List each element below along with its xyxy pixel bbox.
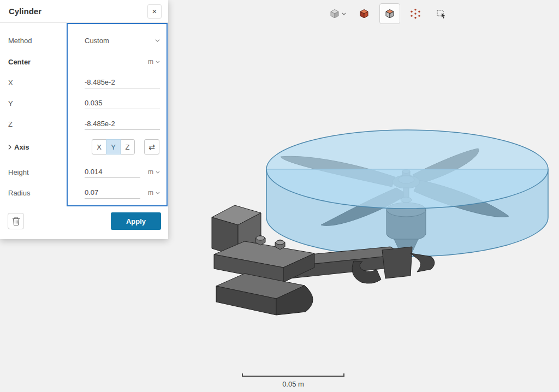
- view-orientation-button[interactable]: [326, 3, 349, 24]
- swap-icon: ⇄: [148, 142, 155, 151]
- axis-label: Axis: [14, 143, 29, 151]
- chevron-down-icon: [156, 61, 160, 63]
- center-unit-select[interactable]: m: [148, 58, 160, 66]
- scale-bar-label: 0.05 m: [242, 380, 344, 388]
- render-vertices-button[interactable]: [405, 3, 426, 24]
- surface-cube-icon: [384, 8, 395, 19]
- scale-bar: [242, 373, 344, 377]
- delete-button[interactable]: [8, 213, 24, 229]
- flip-axis-button[interactable]: ⇄: [144, 139, 159, 155]
- chevron-down-icon: [155, 39, 160, 42]
- radius-unit-select[interactable]: m: [148, 189, 160, 197]
- apply-button[interactable]: Apply: [111, 212, 161, 230]
- z-input[interactable]: [85, 118, 160, 130]
- panel-title: Cylinder: [9, 7, 147, 16]
- height-input[interactable]: [85, 166, 140, 178]
- center-unit-value: m: [148, 58, 153, 66]
- vertices-cube-icon: [410, 8, 421, 19]
- radius-row: Radius m: [0, 183, 168, 202]
- z-label: Z: [8, 120, 13, 128]
- render-solid-button[interactable]: [354, 3, 374, 24]
- trash-icon: [12, 217, 20, 225]
- viewport-toolbar: [326, 3, 451, 24]
- height-unit-select[interactable]: m: [148, 168, 160, 176]
- x-input[interactable]: [85, 76, 160, 88]
- chevron-down-icon: [342, 13, 346, 15]
- axis-y-button[interactable]: Y: [106, 139, 121, 155]
- method-value: Custom: [85, 37, 109, 45]
- axis-x-button[interactable]: X: [92, 139, 106, 155]
- axis-expander[interactable]: Axis: [8, 143, 29, 151]
- method-row: Method Custom: [0, 31, 168, 50]
- height-unit-value: m: [148, 168, 153, 176]
- x-row: X: [0, 73, 168, 92]
- cylinder-primitive[interactable]: [266, 130, 548, 257]
- render-surfaces-button[interactable]: [379, 3, 400, 24]
- y-input[interactable]: [85, 97, 160, 109]
- y-row: Y: [0, 94, 168, 112]
- chevron-right-icon: [8, 144, 11, 150]
- radius-input[interactable]: [85, 187, 140, 199]
- panel-header: Cylinder ×: [0, 0, 168, 23]
- height-label: Height: [8, 168, 29, 176]
- radius-label: Radius: [8, 189, 30, 197]
- axis-z-button[interactable]: Z: [120, 139, 135, 155]
- center-row: Center m: [0, 52, 168, 71]
- axis-button-group: X Y Z: [92, 139, 135, 155]
- method-label: Method: [8, 37, 32, 45]
- box-select-button[interactable]: [431, 3, 451, 24]
- x-label: X: [8, 79, 13, 87]
- radius-unit-value: m: [148, 189, 153, 197]
- view-cube-icon: [329, 8, 340, 19]
- axis-row: Axis X Y Z ⇄: [0, 136, 168, 157]
- close-button[interactable]: ×: [147, 4, 162, 19]
- height-row: Height m: [0, 163, 168, 181]
- method-select[interactable]: Custom: [85, 37, 160, 45]
- z-row: Z: [0, 115, 168, 133]
- box-select-icon: [436, 8, 447, 19]
- y-label: Y: [8, 99, 13, 108]
- center-label: Center: [8, 58, 31, 66]
- solid-cube-icon: [359, 8, 370, 19]
- chevron-down-icon: [156, 192, 160, 194]
- chevron-down-icon: [156, 171, 160, 174]
- cylinder-panel: Cylinder × Method Custom Center m: [0, 0, 168, 239]
